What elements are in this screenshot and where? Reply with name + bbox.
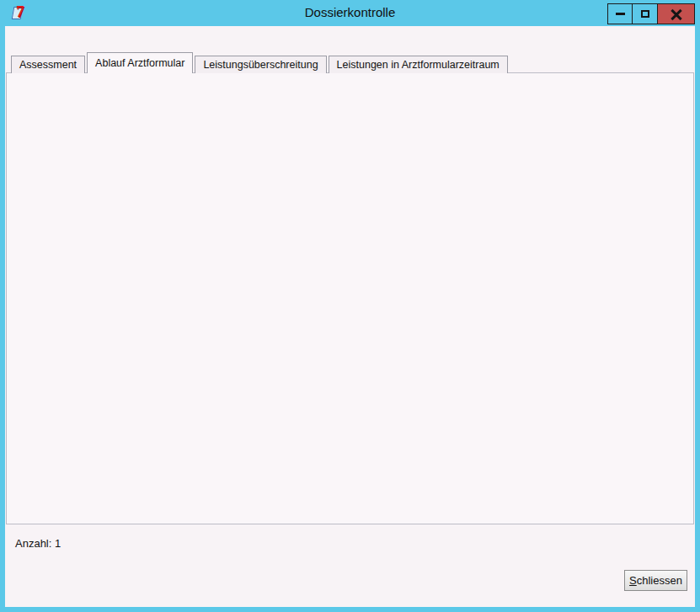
tab-leistungen-arztformularzeitraum[interactable]: Leistungen in Arztformularzeitraum [329, 56, 508, 73]
schliessen-label: Schliessen [629, 574, 682, 587]
close-button[interactable] [658, 3, 695, 24]
minimize-button[interactable] [607, 3, 633, 24]
title-bar[interactable]: 7 Dossierkontrolle [0, 0, 700, 26]
window-title: Dossierkontrolle [0, 5, 700, 19]
anzahl-count-label: Anzahl: 1 [15, 537, 61, 550]
dialog-content: Assessment Ablauf Arztformular Leistungs… [5, 26, 695, 607]
tab-panel [6, 72, 694, 524]
dossierkontrolle-dialog: 7 Dossierkontrolle Assessment Ablauf Arz… [0, 0, 700, 612]
tab-ablauf-arztformular[interactable]: Ablauf Arztformular [87, 52, 193, 73]
tab-assessment[interactable]: Assessment [11, 56, 85, 73]
tab-strip: Assessment Ablauf Arztformular Leistungs… [11, 52, 510, 73]
tab-leistungsueberschreitung[interactable]: Leistungsüberschreitung [195, 56, 326, 73]
schliessen-button[interactable]: Schliessen [624, 570, 687, 591]
close-icon [671, 8, 682, 20]
minimize-icon [616, 13, 625, 15]
maximize-icon [641, 10, 649, 18]
window-controls [607, 3, 695, 24]
maximize-button[interactable] [633, 3, 658, 24]
